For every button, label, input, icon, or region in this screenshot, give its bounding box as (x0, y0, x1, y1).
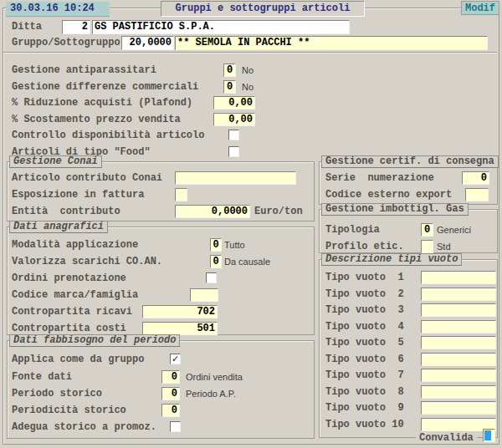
gestione-certif-legend: Gestione certif. di consegna (321, 155, 499, 168)
tipo-vuoto-3-label: Tipo vuoto 3 (325, 303, 404, 317)
tipo-vuoto-6-label: Tipo vuoto 6 (325, 353, 404, 366)
tipo-vuoto-4-row: Tipo vuoto 4 (0, 320, 502, 333)
entita-contributo-label: Entità contributo (12, 205, 120, 218)
valorizza-scarichi-field[interactable]: 0 (210, 255, 222, 268)
tipologia-desc: Generici (437, 223, 471, 237)
gruppo-label: Gruppo/Sottogruppo (12, 36, 120, 49)
tipo-vuoto-10-row: Tipo vuoto 10 (0, 418, 502, 431)
tipo-vuoto-3-row: Tipo vuoto 3 (0, 303, 502, 317)
valorizza-scarichi-desc: Da causale (224, 255, 270, 268)
gestione-conai-legend: Gestione Conai (9, 155, 102, 168)
articoli-food-checkbox[interactable] (228, 146, 239, 157)
profilo-etic-desc: Std (437, 240, 451, 253)
tipo-vuoto-6-field[interactable] (421, 353, 496, 366)
tipo-vuoto-4-field[interactable] (421, 320, 496, 333)
riduzione-acquisti-label: % Riduzione acquisti (Plafond) (12, 96, 192, 109)
gruppo-row: Gruppo/Sottogruppo 20,0000 ** SEMOLA IN … (0, 36, 502, 49)
codice-export-row: Codice esterno export (0, 188, 502, 201)
tipo-vuoto-8-row: Tipo vuoto 8 (0, 385, 502, 399)
text-cursor (484, 430, 491, 440)
gestione-antiparassitari-row: Gestione antiparassitari 0 No (0, 64, 502, 77)
gestione-antiparassitari-field[interactable]: 0 (223, 64, 236, 77)
gestione-imbottigl-legend: Gestione imbottigl. Gas (321, 203, 469, 216)
gestione-differenze-desc: No (242, 80, 254, 94)
tipo-vuoto-9-field[interactable] (421, 401, 496, 415)
controllo-disponibilita-checkbox[interactable] (228, 130, 239, 140)
tipo-vuoto-1-label: Tipo vuoto 1 (325, 271, 404, 284)
tipologia-label: Tipologia (325, 223, 380, 237)
descrizione-tipi-vuoto-legend: Descrizione tipi vuoto (321, 253, 462, 266)
tipo-vuoto-1-field[interactable] (421, 271, 496, 284)
header-divider (3, 52, 497, 53)
tipo-vuoto-2-field[interactable] (421, 288, 496, 301)
mode-badge: Modif (461, 1, 499, 15)
tipo-vuoto-9-row: Tipo vuoto 9 (0, 401, 502, 415)
valorizza-scarichi-label: Valorizza scarichi CO.AN. (12, 255, 162, 268)
scostamento-prezzo-field[interactable]: 0,00 (213, 113, 255, 126)
page-title: Gruppi e sottogruppi articoli (161, 1, 365, 17)
riduzione-acquisti-field[interactable]: 0,00 (213, 96, 255, 109)
serie-numerazione-field[interactable]: 0 (462, 171, 489, 185)
gestione-differenze-row: Gestione differenze commerciali 0 No (0, 80, 502, 94)
gestione-antiparassitari-desc: No (242, 64, 254, 77)
tipo-vuoto-1-row: Tipo vuoto 1 (0, 271, 502, 284)
datetime-badge: 30.03.16 10:24 (6, 2, 110, 17)
tipo-vuoto-5-label: Tipo vuoto 5 (325, 336, 404, 349)
tipo-vuoto-5-row: Tipo vuoto 5 (0, 336, 502, 349)
tipo-vuoto-6-row: Tipo vuoto 6 (0, 353, 502, 366)
tipo-vuoto-9-label: Tipo vuoto 9 (325, 401, 404, 415)
gestione-differenze-field[interactable]: 0 (223, 80, 236, 94)
tipo-vuoto-2-label: Tipo vuoto 2 (325, 288, 404, 301)
controllo-disponibilita-row: Controllo disponibilità articolo (0, 129, 502, 142)
ditta-name-field[interactable]: GS PASTIFICIO S.P.A. (92, 20, 350, 34)
tipo-vuoto-3-field[interactable] (421, 303, 496, 317)
tipo-vuoto-7-row: Tipo vuoto 7 (0, 369, 502, 382)
tipo-vuoto-7-label: Tipo vuoto 7 (325, 369, 404, 382)
tipo-vuoto-8-label: Tipo vuoto 8 (325, 385, 404, 399)
codice-export-label: Codice esterno export (325, 188, 452, 201)
tipo-vuoto-8-field[interactable] (421, 385, 496, 399)
gestione-differenze-label: Gestione differenze commerciali (12, 80, 198, 94)
tipo-vuoto-5-field[interactable] (421, 336, 496, 349)
tipo-vuoto-10-label: Tipo vuoto 10 (325, 418, 404, 431)
controllo-disponibilita-label: Controllo disponibilità articolo (12, 129, 204, 142)
app-window: 30.03.16 10:24 Gruppi e sottogruppi arti… (0, 0, 502, 448)
riduzione-acquisti-row: % Riduzione acquisti (Plafond) 0,00 (0, 96, 502, 109)
serie-numerazione-row: Serie numerazione 0 (0, 171, 502, 185)
serie-numerazione-label: Serie numerazione (325, 171, 434, 185)
tipo-vuoto-7-field[interactable] (421, 369, 496, 382)
tipologia-row: Tipologia 0 Generici (0, 223, 502, 237)
entita-contributo-field[interactable]: 0,0000 (175, 205, 250, 218)
ditta-label: Ditta (12, 20, 42, 33)
convalida-field[interactable] (483, 429, 495, 442)
scostamento-prezzo-row: % Scostamento prezzo vendita 0,00 (0, 113, 502, 126)
codice-export-field[interactable] (465, 188, 489, 201)
profilo-etic-field[interactable] (421, 240, 433, 253)
tipologia-field[interactable]: 0 (421, 223, 433, 237)
entita-contributo-unit: Euro/ton (254, 205, 303, 218)
profilo-etic-row: Profilo etic. Std (0, 240, 502, 253)
profilo-etic-label: Profilo etic. (325, 240, 404, 253)
gruppo-code-field[interactable]: 20,0000 (121, 36, 174, 50)
gruppo-desc-field[interactable]: ** SEMOLA IN PACCHI ** (175, 36, 488, 50)
ditta-code-field[interactable]: 2 (62, 20, 90, 34)
gestione-antiparassitari-label: Gestione antiparassitari (12, 64, 156, 77)
scostamento-prezzo-label: % Scostamento prezzo vendita (12, 113, 181, 126)
convalida-label: Convalida (416, 433, 477, 444)
tipo-vuoto-4-label: Tipo vuoto 4 (325, 320, 404, 333)
tipo-vuoto-2-row: Tipo vuoto 2 (0, 288, 502, 301)
ditta-row: Ditta 2 GS PASTIFICIO S.P.A. (0, 20, 502, 33)
